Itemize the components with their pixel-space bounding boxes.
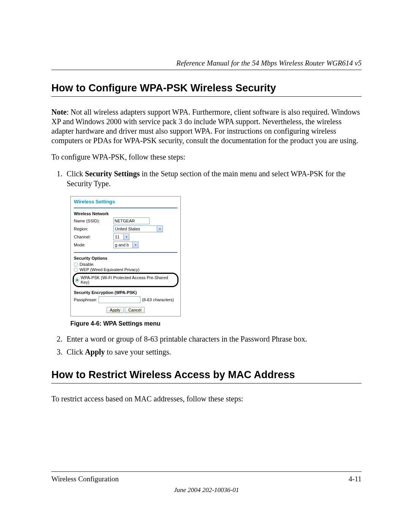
region-select[interactable]: United States ▾ (113, 225, 163, 232)
mac-intro: To restrict access based on MAC addresse… (51, 394, 362, 404)
footer-rule (51, 471, 362, 472)
chevron-down-icon: ▾ (123, 234, 129, 240)
radio-wep-label: WEP (Wired Equivalent Privacy) (80, 267, 140, 272)
note-paragraph: Note: Not all wireless adapters support … (51, 107, 362, 145)
footer-left: Wireless Configuration (51, 475, 119, 483)
radio-disable-row[interactable]: Disable (74, 262, 177, 267)
passphrase-input[interactable] (99, 296, 140, 303)
footer-date: June 2004 202-10036-01 (51, 486, 362, 494)
security-options-heading: Security Options (74, 256, 177, 260)
panel-rule (74, 208, 177, 208)
channel-value: 11 (115, 235, 122, 239)
step-1-a: Click (67, 169, 85, 178)
step-3-b: to save your settings. (105, 348, 171, 356)
mode-value: g and b (115, 243, 131, 247)
step-3: Click Apply to save your settings. (64, 347, 362, 357)
panel-title: Wireless Settings (74, 199, 177, 204)
wireless-settings-panel: Wireless Settings Wireless Network Name … (70, 196, 181, 316)
encryption-heading: Security Encryption (WPA-PSK) (74, 290, 177, 295)
mode-label: Mode: (74, 243, 112, 247)
step-2: Enter a word or group of 8-63 printable … (64, 334, 362, 344)
figure-wpa-settings: Wireless Settings Wireless Network Name … (70, 196, 362, 316)
heading-underline-2 (51, 383, 362, 383)
step-3-a: Click (67, 348, 85, 356)
section-heading-mac: How to Restrict Wireless Access by MAC A… (51, 369, 362, 381)
mode-select[interactable]: g and b ▾ (113, 241, 139, 248)
header-rule (51, 70, 362, 70)
radio-disable-label: Disable (80, 262, 94, 267)
cancel-button[interactable]: Cancel (125, 307, 145, 313)
section-heading-wpa: How to Configure WPA-PSK Wireless Securi… (51, 82, 362, 94)
heading-underline (51, 96, 362, 97)
radio-icon (74, 268, 78, 272)
step-1-bold: Security Settings (85, 169, 140, 178)
note-body: : Not all wireless adapters support WPA.… (51, 108, 360, 145)
figure-caption: Figure 4-6: WPA Settings menu (70, 320, 362, 327)
chevron-down-icon: ▾ (157, 226, 162, 232)
region-label: Region: (74, 227, 112, 231)
radio-wpa-label: WPA-PSK (Wi-Fi Protected Access Pre-Shar… (81, 275, 176, 284)
intro-paragraph: To configure WPA-PSK, follow these steps… (51, 152, 362, 162)
passphrase-hint: (8-63 characters) (142, 297, 174, 302)
ssid-label: Name (SSID): (74, 219, 112, 223)
callout-oval: WPA-PSK (Wi-Fi Protected Access Pre-Shar… (73, 273, 178, 287)
passphrase-label: Passphrase: (74, 297, 97, 302)
step-1: Click Security Settings in the Setup sec… (64, 169, 362, 189)
radio-icon (75, 278, 79, 282)
radio-wep-row[interactable]: WEP (Wired Equivalent Privacy) (74, 267, 177, 272)
channel-select[interactable]: 11 ▾ (113, 233, 129, 240)
running-header: Reference Manual for the 54 Mbps Wireles… (51, 59, 362, 67)
radio-wpa-row[interactable]: WPA-PSK (Wi-Fi Protected Access Pre-Shar… (75, 275, 176, 284)
panel-rule-2 (74, 252, 177, 253)
step-3-bold: Apply (85, 348, 105, 356)
note-label: Note (51, 108, 67, 116)
footer-page-number: 4-11 (349, 475, 362, 483)
channel-label: Channel: (74, 235, 112, 239)
chevron-down-icon: ▾ (132, 242, 138, 248)
region-value: United States (115, 227, 155, 231)
wireless-network-heading: Wireless Network (74, 211, 177, 216)
ssid-input[interactable]: NETGEAR (113, 217, 150, 224)
radio-icon (74, 262, 78, 267)
page-footer: Wireless Configuration 4-11 June 2004 20… (51, 468, 362, 494)
apply-button[interactable]: Apply (107, 307, 124, 313)
